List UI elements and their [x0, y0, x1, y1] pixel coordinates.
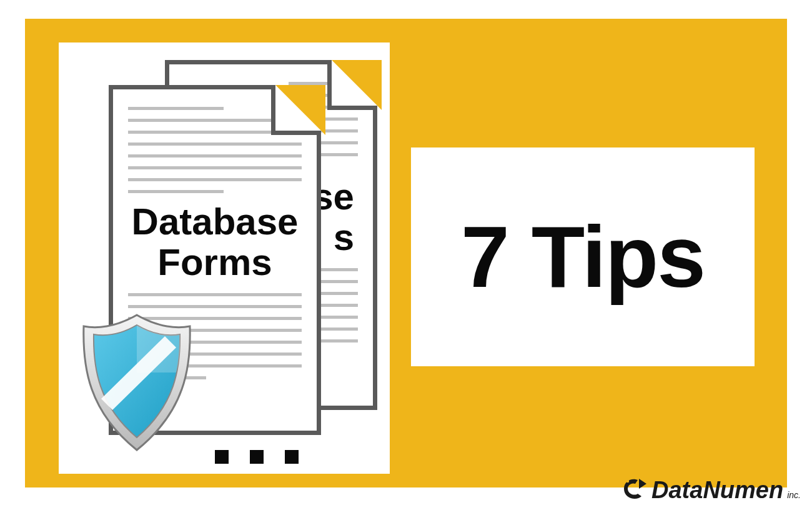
outer-frame: se s Database Forms: [25, 19, 787, 488]
dot: [215, 450, 229, 464]
left-panel: se s Database Forms: [59, 42, 390, 474]
logo-suffix-text: inc.: [787, 490, 801, 500]
doc-title-line2: Forms: [157, 241, 272, 283]
page-fold-icon: [271, 85, 321, 135]
tips-box: 7 Tips: [411, 148, 755, 366]
ellipsis-dots: [215, 450, 299, 464]
brand-logo: DataNumen inc.: [620, 475, 801, 504]
doc-back-text-2: s: [334, 216, 354, 258]
logo-brand-text: DataNumen: [651, 477, 783, 504]
inner-frame: se s Database Forms: [29, 22, 783, 484]
shield-icon: [77, 311, 196, 455]
svg-point-0: [626, 480, 629, 482]
tips-label: 7 Tips: [461, 206, 705, 308]
dot: [285, 450, 299, 464]
page-fold-icon: [327, 60, 377, 110]
datanumen-logo-icon: [620, 475, 648, 502]
document-title: Database Forms: [128, 202, 302, 283]
dot: [250, 450, 264, 464]
doc-title-line1: Database: [132, 201, 299, 242]
